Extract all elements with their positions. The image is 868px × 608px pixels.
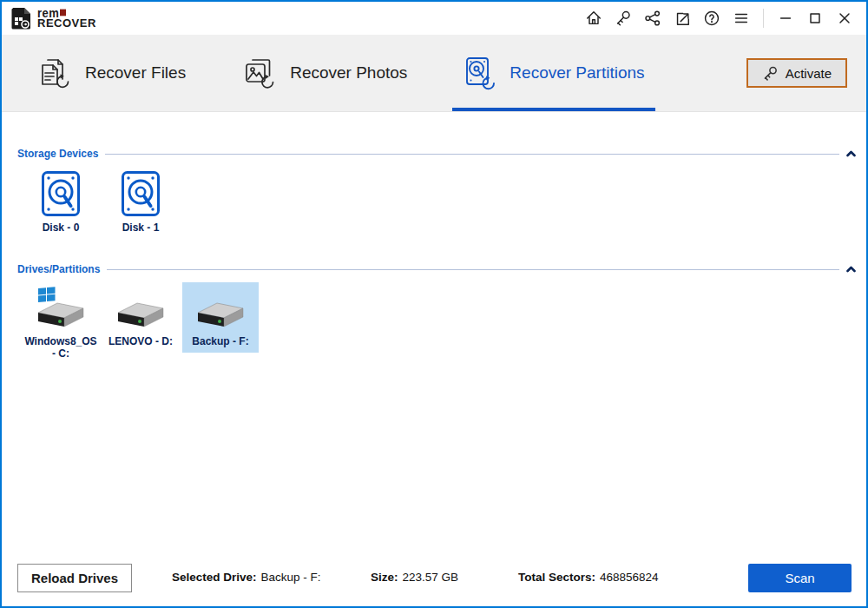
- windows-logo-icon: [37, 286, 56, 303]
- drives-partitions-title: Drives/Partitions: [17, 263, 100, 275]
- titlebar-icons: [582, 7, 856, 30]
- total-sectors-stat: Total Sectors:468856824: [518, 571, 659, 584]
- section-divider-line: [107, 269, 839, 270]
- storage-devices-row: Disk - 0 Disk - 1: [17, 167, 866, 239]
- drive-item-windows8os-c[interactable]: Windows8_OS - C:: [23, 282, 99, 365]
- drive-icon: [192, 286, 249, 331]
- disk-icon: [41, 170, 81, 217]
- collapse-section-icon[interactable]: [846, 266, 856, 273]
- brand-line2: RECOVER: [37, 18, 96, 29]
- tab-recover-partitions-label: Recover Partitions: [510, 63, 644, 83]
- selected-drive-label: Selected Drive:: [172, 571, 257, 584]
- footer-bar: Reload Drives Selected Drive:Backup - F:…: [2, 558, 866, 606]
- key-icon[interactable]: [612, 7, 635, 30]
- tab-recover-photos-label: Recover Photos: [290, 63, 407, 83]
- drive-item-label: Backup - F:: [192, 335, 248, 347]
- total-sectors-value: 468856824: [600, 571, 659, 584]
- recover-partitions-icon: [463, 55, 497, 91]
- recover-photos-icon: [241, 55, 278, 91]
- collapse-section-icon[interactable]: [846, 150, 856, 157]
- drives-partitions-row: Windows8_OS - C: LENOVO - D:: [17, 282, 866, 365]
- storage-devices-header: Storage Devices: [17, 148, 866, 160]
- section-divider-line: [105, 154, 839, 155]
- selected-drive-stat: Selected Drive:Backup - F:: [172, 571, 321, 584]
- drive-item-lenovo-d[interactable]: LENOVO - D:: [102, 282, 179, 353]
- disk-item-label: Disk - 1: [122, 221, 160, 234]
- drive-icon: [112, 286, 169, 331]
- selected-drive-value: Backup - F:: [261, 571, 321, 584]
- size-stat: Size:223.57 GB: [371, 571, 458, 584]
- drive-item-label: LENOVO - D:: [108, 335, 173, 347]
- size-value: 223.57 GB: [403, 571, 459, 584]
- open-external-icon[interactable]: [671, 7, 694, 30]
- drive-item-label: Windows8_OS - C:: [24, 335, 97, 360]
- app-logo: rem RECOVER: [10, 6, 96, 30]
- app-window: rem RECOVER: [0, 0, 868, 608]
- brand-text: rem RECOVER: [37, 9, 96, 28]
- main-content: Storage Devices: [2, 112, 866, 558]
- close-icon[interactable]: [833, 7, 856, 30]
- logo-document-icon: [10, 6, 33, 30]
- disk-item-1[interactable]: Disk - 1: [102, 167, 179, 239]
- brand-red-square: [60, 10, 66, 17]
- drives-partitions-header: Drives/Partitions: [17, 263, 866, 275]
- tab-recover-partitions[interactable]: Recover Partitions: [452, 35, 654, 111]
- tab-recover-files-label: Recover Files: [85, 63, 186, 83]
- disk-icon: [121, 170, 161, 217]
- home-icon[interactable]: [582, 7, 605, 30]
- recover-files-icon: [36, 55, 73, 91]
- minimize-icon[interactable]: [774, 7, 797, 30]
- share-icon[interactable]: [641, 7, 664, 30]
- tab-recover-files[interactable]: Recover Files: [26, 35, 196, 111]
- titlebar: rem RECOVER: [2, 2, 866, 35]
- activate-key-icon: [762, 65, 779, 82]
- maximize-icon[interactable]: [804, 7, 826, 30]
- total-sectors-label: Total Sectors:: [518, 571, 595, 584]
- storage-devices-title: Storage Devices: [17, 148, 98, 160]
- activate-button-label: Activate: [786, 66, 832, 81]
- help-icon[interactable]: [700, 7, 723, 30]
- drive-icon: [32, 286, 89, 331]
- disk-item-label: Disk - 0: [43, 221, 80, 234]
- menu-icon[interactable]: [730, 7, 753, 30]
- disk-item-0[interactable]: Disk - 0: [23, 167, 99, 239]
- tab-bar: Recover Files Recover Photos: [2, 35, 866, 112]
- reload-drives-button[interactable]: Reload Drives: [17, 564, 132, 592]
- size-label: Size:: [371, 571, 398, 584]
- drive-item-backup-f[interactable]: Backup - F:: [182, 282, 259, 353]
- scan-button[interactable]: Scan: [748, 564, 852, 592]
- titlebar-divider: [763, 9, 764, 28]
- tab-recover-photos[interactable]: Recover Photos: [231, 35, 418, 111]
- activate-button[interactable]: Activate: [746, 58, 847, 88]
